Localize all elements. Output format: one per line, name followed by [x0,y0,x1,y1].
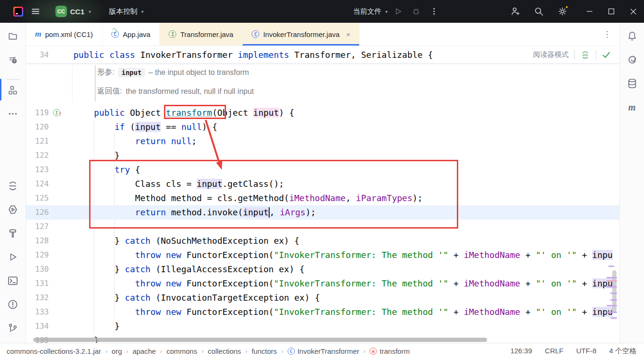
annotation-box-try-block [89,160,458,229]
code-line-119[interactable]: 119I↑ public Object transform(Object inp… [26,106,619,120]
services-icon[interactable] [4,201,21,218]
more-tool-windows-icon[interactable] [4,105,21,122]
code-token: "' on '" [535,250,577,260]
breadcrumb-item-org[interactable]: org [112,347,122,355]
right-tool-rail: m [619,23,644,343]
error-stripe-mark[interactable] [610,299,617,301]
terminal-icon[interactable] [4,272,21,289]
code-line-120[interactable]: 120 if (input == null) { [26,120,619,134]
run-icon[interactable] [390,4,406,19]
code-token: throw [135,307,161,317]
run-icon[interactable] [4,249,21,266]
code-line-130[interactable]: 130 } catch (IllegalAccessException ex) … [26,262,619,276]
ai-assistant-icon[interactable] [624,51,641,68]
tab-list-icon[interactable]: ⋮ [601,28,613,40]
maven-icon[interactable]: m [624,99,641,116]
minimize-button[interactable] [579,0,600,23]
implementing-method-gutter-icon[interactable]: I↑ [53,109,67,117]
breadcrumb-item-transform[interactable]: mtransform [370,347,409,355]
error-stripe-mark[interactable] [607,286,617,287]
vcs-widget[interactable]: 版本控制 ▾ [109,7,144,16]
editor-tab-bar: mpom.xml (CC1)CApp.javaITransformer.java… [26,23,619,46]
breadcrumb-item-invokertransformer[interactable]: CInvokerTransformer [288,347,359,355]
class-icon: C [288,348,295,355]
run-configuration-selector[interactable]: 当前文件 ▾ [353,7,388,16]
code-line-131[interactable]: 131 throw new FunctorException("InvokerT… [26,276,619,291]
project-widget[interactable]: CC CC1 ▾ [55,6,91,17]
breadcrumb-item-commons-collections-3-2-1-jar[interactable]: commons-collections-3.2.1.jar [7,347,101,355]
code-token: ) { [279,108,295,118]
maximize-button[interactable] [600,0,622,23]
breadcrumb-separator: › [281,348,283,355]
caret-position-widget[interactable]: 126:39 [510,347,532,356]
code-line-128[interactable]: 128 } catch (NoSuchMethodException ex) { [26,234,619,248]
inspection-highlight-icon[interactable] [581,50,590,60]
code-text: throw new FunctorException("InvokerTrans… [73,248,613,262]
line-separator-widget[interactable]: CRLF [545,347,563,356]
build-icon[interactable] [4,225,21,242]
line-number: 128 [26,234,49,248]
version-control-icon[interactable] [4,320,21,337]
rendered-doc-block: 形参: input – the input object to transfor… [26,64,619,104]
code-line-134[interactable]: 134 } [26,319,619,333]
code-token: iMethodName [464,278,520,288]
no-problems-check-icon[interactable] [602,50,611,59]
code-token: public [94,108,125,118]
code-token: iMethodName [464,307,520,317]
code-token: null [171,136,191,146]
notifications-icon[interactable] [624,28,641,45]
error-stripe-mark[interactable] [610,293,617,294]
line-number: 122 [26,148,49,163]
tab-transformer-java[interactable]: ITransformer.java [160,23,243,46]
project-icon[interactable] [4,28,21,45]
code-token: Object [125,108,166,118]
settings-icon[interactable] [555,4,570,19]
close-button[interactable] [622,0,644,23]
reader-mode-label[interactable]: 阅读器模式 [533,50,569,59]
error-stripe-mark[interactable] [607,312,617,313]
sticky-declaration-line[interactable]: 34 public class InvokerTransformer imple… [26,46,619,64]
breadcrumb-item-commons[interactable]: commons [166,347,197,355]
commit-icon[interactable] [4,177,21,194]
debug-icon[interactable] [408,4,424,19]
tab-app-java[interactable]: CApp.java [102,23,160,46]
search-everywhere-icon[interactable] [531,4,546,19]
encoding-widget[interactable]: UTF-8 [576,347,597,356]
vcs-label: 版本控制 [109,7,137,16]
error-stripe-mark[interactable] [610,317,617,319]
code-token: + [520,250,536,260]
code-token [166,136,171,146]
code-line-121[interactable]: 121 return null; [26,134,619,148]
tab-invokertransformer-java[interactable]: CInvokerTransformer.java× [243,23,360,46]
tab-pom-xml-cc1-[interactable]: mpom.xml (CC1) [26,23,102,46]
learn-icon[interactable]: ? [4,51,21,68]
code-token: input [135,122,161,132]
breadcrumb-item-apache[interactable]: apache [133,347,156,355]
more-actions-icon[interactable] [426,4,442,19]
problems-icon[interactable] [4,296,21,313]
breadcrumb-separator: › [126,348,128,355]
method-icon: m [370,348,377,355]
error-stripe-mark[interactable] [607,277,617,278]
database-icon[interactable] [624,75,641,92]
code-line-129[interactable]: 129 throw new FunctorException("InvokerT… [26,248,619,262]
error-stripe-mark[interactable] [607,280,617,282]
tab-close-icon[interactable]: × [346,30,351,38]
tab-label: Transformer.java [180,30,233,38]
code-line-133[interactable]: 133 throw new FunctorException("InvokerT… [26,305,619,319]
error-stripe-mark[interactable] [607,305,617,306]
error-stripe-mark[interactable] [608,266,614,267]
horizontal-scrollbar[interactable] [33,338,487,342]
code-with-me-icon[interactable] [508,4,523,19]
main-menu-icon[interactable] [28,4,43,19]
code-token: + [448,307,464,317]
code-token: + [520,278,536,288]
indent-widget[interactable]: 4 个空格 [609,347,636,356]
code-line-132[interactable]: 132 } catch (InvocationTargetException e… [26,291,619,305]
breadcrumb-item-collections[interactable]: collections [208,347,241,355]
breadcrumb-item-functors[interactable]: functors [252,347,277,355]
annotation-arrow [199,119,228,175]
line-number: 130 [26,262,49,276]
structure-icon[interactable] [4,82,21,99]
code-token: "' on '" [535,307,577,317]
